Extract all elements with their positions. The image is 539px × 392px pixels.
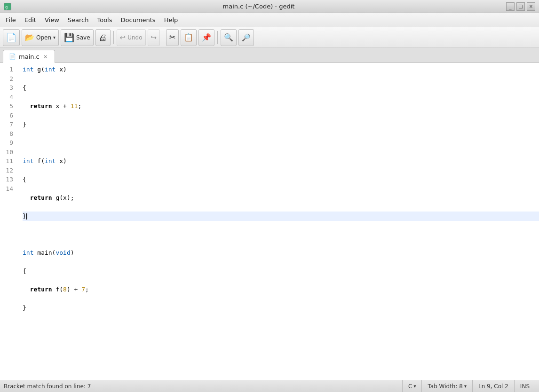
status-message: Bracket match found on line: 7 xyxy=(4,383,402,390)
open-button[interactable]: 📂 Open ▾ xyxy=(22,29,59,46)
new-button[interactable]: 📄 xyxy=(3,29,20,46)
menu-search[interactable]: Search xyxy=(64,15,93,25)
minimize-button[interactable]: _ xyxy=(506,2,515,11)
code-line-12: { xyxy=(23,267,539,276)
keyword-int-f-param: int xyxy=(45,157,55,165)
save-button[interactable]: 💾 Save xyxy=(61,29,93,46)
tabbar: 📄 main.c × xyxy=(0,48,539,63)
toolbar-separator-3 xyxy=(217,31,218,44)
code-line-5 xyxy=(23,138,539,148)
undo-label: Undo xyxy=(127,34,142,41)
menubar: File Edit View Search Tools Documents He… xyxy=(0,13,539,27)
code-line-4: } xyxy=(23,120,539,129)
paste-button[interactable]: 📌 xyxy=(198,29,214,46)
paste-icon: 📌 xyxy=(202,33,211,42)
tab-close-button[interactable]: × xyxy=(42,53,49,60)
toolbar: 📄 📂 Open ▾ 💾 Save 🖨 ↩ Undo ↪ ✂ 📋 📌 🔍 � xyxy=(0,27,539,48)
code-line-2: { xyxy=(23,83,539,93)
language-dropdown-icon: ▾ xyxy=(413,384,416,389)
undo-button[interactable]: ↩ Undo xyxy=(117,29,146,46)
close-button[interactable]: × xyxy=(527,2,535,11)
keyword-int-param: int xyxy=(45,66,55,73)
status-right: C ▾ Tab Width: 8 ▾ Ln 9, Col 2 INS xyxy=(402,380,535,392)
code-line-1: int g(int x) xyxy=(23,65,539,74)
find-button[interactable]: 🔍 xyxy=(221,29,237,46)
keyword-int-f: int xyxy=(23,157,33,165)
tab-label: main.c xyxy=(19,53,40,60)
save-label: Save xyxy=(76,34,90,41)
editor-area: 1 2 3 4 5 6 7 8 9 10 11 12 13 14 int g(i… xyxy=(0,63,539,380)
keyword-int-main: int xyxy=(23,249,33,256)
tab-main-c[interactable]: 📄 main.c × xyxy=(3,50,55,63)
app-icon: g xyxy=(4,3,11,10)
menu-file[interactable]: File xyxy=(2,15,20,25)
menu-edit[interactable]: Edit xyxy=(21,15,40,25)
copy-icon: 📋 xyxy=(184,33,193,42)
toolbar-separator-1 xyxy=(113,31,114,44)
maximize-button[interactable]: □ xyxy=(516,2,525,11)
undo-icon: ↩ xyxy=(120,33,126,42)
keyword-return-8: return xyxy=(30,194,52,201)
keyword-void: void xyxy=(55,249,70,256)
code-line-3: return x + 11; xyxy=(23,102,539,111)
save-icon: 💾 xyxy=(64,32,74,42)
number-7: 7 xyxy=(81,286,85,293)
status-tab-width[interactable]: Tab Width: 8 ▾ xyxy=(421,380,472,392)
keyword-return: return xyxy=(30,102,52,110)
status-position: Ln 9, Col 2 xyxy=(472,380,514,392)
open-icon: 📂 xyxy=(25,33,34,42)
redo-button[interactable]: ↪ xyxy=(148,29,160,46)
code-editor[interactable]: int g(int x) { return x + 11; } int f(in… xyxy=(17,63,539,380)
tabwidth-dropdown-icon: ▾ xyxy=(464,384,467,389)
replace-icon: 🔎 xyxy=(242,33,251,42)
find-icon: 🔍 xyxy=(224,33,233,42)
status-language[interactable]: C ▾ xyxy=(402,380,421,392)
number-11: 11 xyxy=(71,102,78,110)
window-title: main.c (~/Code) - gedit xyxy=(11,3,506,10)
code-line-13: return f(8) + 7; xyxy=(23,285,539,294)
code-line-14: } xyxy=(23,303,539,313)
keyword-int: int xyxy=(23,66,33,73)
menu-help[interactable]: Help xyxy=(160,15,182,25)
window-controls: _ □ × xyxy=(506,2,535,11)
menu-view[interactable]: View xyxy=(41,15,63,25)
code-line-8: return g(x); xyxy=(23,193,539,203)
cut-icon: ✂ xyxy=(169,33,175,42)
print-icon: 🖨 xyxy=(99,32,107,42)
code-line-9: } xyxy=(23,212,539,221)
menu-documents[interactable]: Documents xyxy=(117,15,159,25)
replace-button[interactable]: 🔎 xyxy=(238,29,254,46)
statusbar: Bracket match found on line: 7 C ▾ Tab W… xyxy=(0,380,539,392)
number-8: 8 xyxy=(63,286,67,293)
code-line-11: int main(void) xyxy=(23,248,539,258)
svg-text:g: g xyxy=(5,5,8,9)
code-line-10 xyxy=(23,230,539,239)
menu-tools[interactable]: Tools xyxy=(93,15,116,25)
open-arrow-icon: ▾ xyxy=(53,35,55,40)
copy-button[interactable]: 📋 xyxy=(181,29,197,46)
code-line-6: int f(int x) xyxy=(23,157,539,166)
keyword-return-13: return xyxy=(30,286,52,293)
redo-icon: ↪ xyxy=(151,33,157,42)
print-button[interactable]: 🖨 xyxy=(95,29,111,46)
cut-button[interactable]: ✂ xyxy=(166,29,179,46)
open-label: Open xyxy=(36,34,51,41)
status-mode: INS xyxy=(514,380,535,392)
file-icon: 📄 xyxy=(9,53,16,60)
line-numbers: 1 2 3 4 5 6 7 8 9 10 11 12 13 14 xyxy=(0,63,17,380)
code-line-7: { xyxy=(23,175,539,184)
titlebar: g main.c (~/Code) - gedit _ □ × xyxy=(0,0,539,13)
new-icon: 📄 xyxy=(6,32,16,42)
toolbar-separator-2 xyxy=(163,31,163,44)
text-cursor xyxy=(26,213,27,220)
